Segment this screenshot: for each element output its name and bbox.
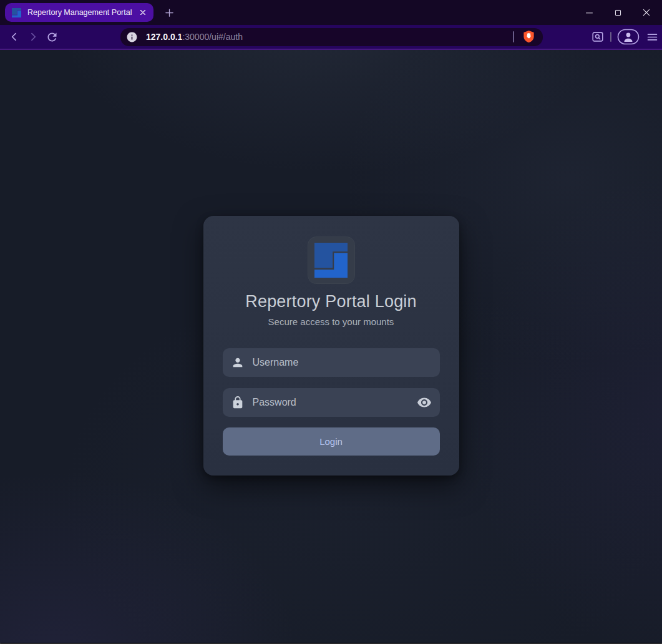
urlbar-divider: [513, 31, 514, 42]
username-field[interactable]: [223, 348, 440, 377]
tab-close-icon[interactable]: [139, 8, 147, 17]
titlebar: Repertory Management Portal: [0, 0, 662, 25]
person-icon: [231, 356, 245, 369]
site-info-icon[interactable]: [126, 31, 138, 43]
login-card: Repertory Portal Login Secure access to …: [203, 216, 459, 476]
minimize-button[interactable]: [575, 0, 603, 25]
login-title: Repertory Portal Login: [223, 292, 440, 311]
toggle-password-visibility-icon[interactable]: [417, 395, 432, 410]
repertory-favicon-icon: [12, 8, 21, 17]
sidebar-search-icon[interactable]: [588, 27, 607, 46]
tab-title: Repertory Management Portal: [27, 8, 134, 17]
url-text: 127.0.0.1:30000/ui#/auth: [146, 32, 243, 42]
lock-icon: [231, 396, 245, 409]
login-subtitle: Secure access to your mounts: [223, 316, 440, 327]
browser-window: Repertory Management Portal: [0, 0, 662, 644]
brave-shield-icon[interactable]: [522, 30, 535, 44]
login-page: Repertory Portal Login Secure access to …: [0, 50, 662, 643]
password-field[interactable]: [223, 388, 440, 417]
back-icon[interactable]: [5, 27, 24, 46]
new-tab-icon[interactable]: [164, 7, 175, 18]
window-controls: [575, 0, 661, 25]
browser-toolbar: 127.0.0.1:30000/ui#/auth: [0, 25, 662, 50]
toolbar-separator: [610, 32, 611, 42]
maximize-button[interactable]: [603, 0, 632, 25]
repertory-logo-icon: [308, 237, 355, 284]
username-input[interactable]: [251, 356, 432, 369]
reload-icon[interactable]: [42, 27, 61, 46]
password-input[interactable]: [251, 396, 417, 409]
close-button[interactable]: [632, 0, 661, 25]
forward-icon[interactable]: [24, 27, 42, 46]
address-bar[interactable]: 127.0.0.1:30000/ui#/auth: [120, 28, 543, 46]
url-host: 127.0.0.1: [146, 32, 182, 42]
login-button[interactable]: Login: [223, 427, 440, 456]
profile-icon[interactable]: [616, 27, 641, 46]
browser-tab[interactable]: Repertory Management Portal: [5, 3, 153, 22]
menu-icon[interactable]: [643, 27, 661, 46]
url-path: :30000/ui#/auth: [182, 32, 243, 42]
